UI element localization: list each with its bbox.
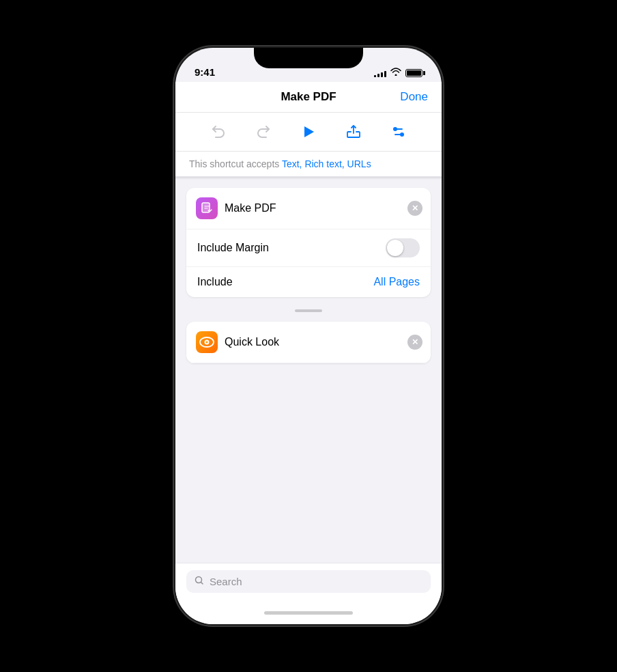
quick-look-card: Quick Look ✕ [186,322,431,363]
accepts-prefix: This shortcut accepts [189,158,282,169]
main-content: Make PDF Done [175,82,442,624]
run-button[interactable] [296,120,321,144]
notch [254,48,363,68]
accepts-row: This shortcut accepts Text, Rich text, U… [175,152,442,177]
search-bar[interactable]: Search [186,570,431,593]
make-pdf-card: Make PDF ✕ Include Margin Include All Pa… [186,188,431,297]
accepts-links[interactable]: Text, Rich text, URLs [282,158,371,169]
settings-button[interactable] [386,120,411,144]
include-margin-label: Include Margin [197,242,269,254]
status-time: 9:41 [195,66,215,78]
page-title: Make PDF [281,90,336,104]
search-placeholder: Search [210,576,242,587]
scroll-handle [295,309,322,312]
quick-look-header: Quick Look ✕ [186,322,431,363]
actions-area: Make PDF ✕ Include Margin Include All Pa… [175,180,442,563]
undo-button[interactable] [206,120,231,144]
make-pdf-title: Make PDF [225,202,276,214]
include-value[interactable]: All Pages [373,276,420,288]
include-margin-toggle[interactable] [386,238,420,257]
quick-look-icon [196,331,218,353]
wifi-icon [390,68,401,78]
include-row: Include All Pages [186,267,431,297]
battery-icon [405,69,422,77]
home-indicator [175,601,442,624]
toolbar [175,113,442,152]
svg-point-8 [206,341,208,344]
toggle-thumb [387,240,403,256]
include-label: Include [197,276,233,288]
done-button[interactable]: Done [400,90,428,104]
header: Make PDF Done [175,82,442,113]
search-icon [195,576,204,587]
share-button[interactable] [341,120,366,144]
status-icons [374,68,422,78]
quick-look-title: Quick Look [225,336,279,348]
signal-icon [374,69,386,77]
redo-button[interactable] [251,120,276,144]
make-pdf-icon [196,197,218,219]
quick-look-close-button[interactable]: ✕ [407,335,422,350]
include-margin-row: Include Margin [186,229,431,267]
make-pdf-header: Make PDF ✕ [186,188,431,229]
make-pdf-close-button[interactable]: ✕ [407,201,422,216]
home-bar [264,611,353,615]
bottom-area: Search [175,563,442,601]
phone-frame: 9:41 Make PDF [175,48,442,624]
